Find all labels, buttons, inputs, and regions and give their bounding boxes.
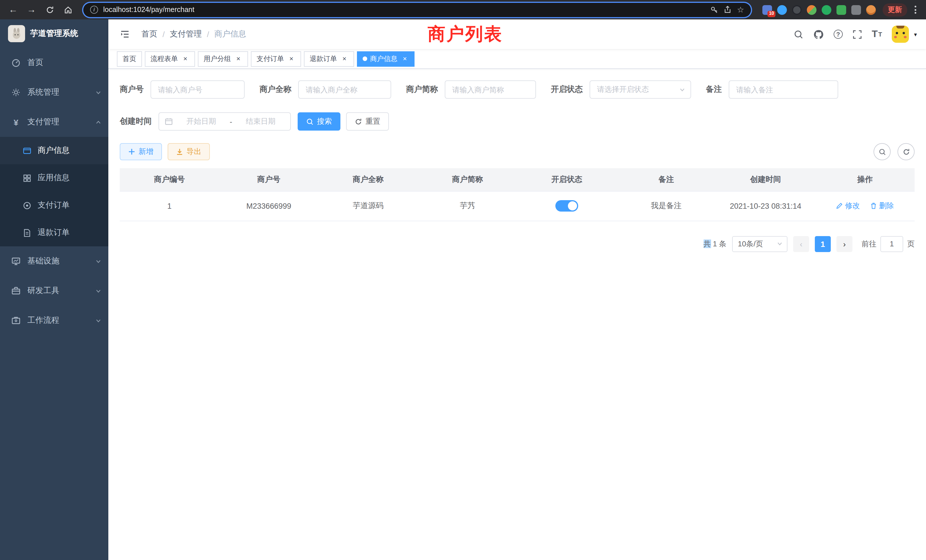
tag-label: 用户分组	[204, 54, 231, 64]
home-icon[interactable]	[61, 2, 75, 17]
status-select[interactable]: 请选择开启状态	[590, 80, 691, 98]
merchant-no-label: 商户号	[120, 85, 144, 95]
browser-profile-avatar[interactable]	[866, 5, 876, 15]
remark-label: 备注	[706, 85, 722, 95]
breadcrumb: 首页 / 支付管理 / 商户信息	[141, 29, 246, 39]
pagination: 共 1 条 10条/页 ‹ 1 › 前往	[120, 236, 915, 252]
chevron-down-icon	[95, 89, 101, 95]
cell-remark: 我是备注	[617, 191, 716, 221]
tag-user-group[interactable]: 用户分组×	[198, 51, 248, 67]
status-toggle[interactable]	[555, 200, 578, 212]
address-bar[interactable]: i localhost:1024/pay/merchant ☆	[83, 3, 751, 17]
app-title: 芋道管理系统	[30, 29, 78, 39]
forward-icon[interactable]: →	[24, 2, 39, 17]
create-time-range-picker[interactable]: 开始日期 - 结束日期	[159, 112, 291, 130]
tag-process-form[interactable]: 流程表单×	[145, 51, 195, 67]
sidebar-item-label: 商户信息	[38, 145, 70, 156]
tags-view: 首页 流程表单× 用户分组× 支付订单× 退款订单× 商户信息×	[108, 49, 926, 69]
col-header: 开启状态	[517, 168, 617, 191]
merchant-no-input[interactable]	[151, 80, 245, 98]
card-icon	[22, 146, 32, 155]
close-icon[interactable]: ×	[340, 55, 348, 63]
password-key-icon[interactable]	[711, 6, 719, 14]
export-button[interactable]: 导出	[168, 143, 210, 160]
fullscreen-icon[interactable]	[852, 29, 862, 39]
plus-icon	[128, 148, 135, 155]
github-icon[interactable]	[813, 29, 824, 39]
breadcrumb-item[interactable]: 支付管理	[170, 29, 202, 39]
app-logo[interactable]: 芋道管理系统	[0, 20, 108, 48]
reload-icon[interactable]	[42, 2, 57, 17]
toolbox-icon	[11, 286, 21, 295]
page-number-button[interactable]: 1	[815, 236, 831, 252]
tag-home[interactable]: 首页	[117, 51, 142, 67]
tag-pay-order[interactable]: 支付订单×	[251, 51, 301, 67]
breadcrumb-item[interactable]: 首页	[141, 29, 157, 39]
col-header: 操作	[816, 168, 915, 191]
sidebar-item-merchant-info[interactable]: 商户信息	[0, 137, 108, 164]
sidebar: 芋道管理系统 首页 系统管理 ¥ 支付管理	[0, 20, 108, 560]
reset-button[interactable]: 重置	[346, 112, 389, 130]
avatar-caret-icon[interactable]: ▾	[914, 31, 917, 37]
extension-icon[interactable]	[792, 5, 802, 15]
delete-link[interactable]: 删除	[870, 201, 894, 211]
prev-page-button[interactable]: ‹	[793, 236, 809, 252]
dashboard-icon	[11, 58, 21, 67]
add-button[interactable]: 新增	[120, 143, 162, 160]
hamburger-icon[interactable]	[118, 27, 132, 42]
extension-icon[interactable]	[777, 5, 787, 15]
remark-input[interactable]	[729, 80, 838, 98]
close-icon[interactable]: ×	[181, 55, 189, 63]
browser-menu-icon[interactable]	[911, 6, 920, 14]
extension-icon[interactable]	[837, 5, 846, 15]
merchant-short-label: 商户简称	[406, 85, 438, 95]
reset-button-label: 重置	[366, 117, 380, 127]
extension-icon[interactable]	[822, 5, 831, 15]
sidebar-item-app-info[interactable]: 应用信息	[0, 164, 108, 192]
goto-page-input[interactable]	[881, 236, 903, 252]
sidebar-item-infrastructure[interactable]: 基础设施	[0, 246, 108, 276]
extension-icon[interactable]: 10	[763, 5, 772, 15]
chevron-down-icon	[95, 288, 101, 294]
monitor-icon	[11, 257, 21, 266]
search-icon[interactable]	[794, 29, 803, 39]
site-info-icon[interactable]: i	[90, 6, 98, 14]
download-icon	[176, 148, 183, 155]
tag-merchant-info[interactable]: 商户信息×	[357, 51, 415, 67]
close-icon[interactable]: ×	[287, 55, 295, 63]
sidebar-item-payment[interactable]: ¥ 支付管理	[0, 107, 108, 137]
bookmark-star-icon[interactable]: ☆	[737, 6, 744, 14]
back-icon[interactable]: ←	[6, 2, 21, 17]
sidebar-item-home[interactable]: 首页	[0, 48, 108, 77]
search-button[interactable]: 搜索	[298, 112, 340, 130]
page-size-select[interactable]: 10条/页	[732, 236, 787, 252]
toggle-search-icon[interactable]	[873, 143, 891, 160]
sidebar-item-system[interactable]: 系统管理	[0, 77, 108, 107]
top-navbar: 首页 / 支付管理 / 商户信息 ?	[108, 20, 926, 49]
share-icon[interactable]	[724, 6, 732, 14]
page-content: 商户号 商户全称 商户简称 开启状态 请选择开启状态	[108, 69, 926, 560]
sidebar-item-workflow[interactable]: 工作流程	[0, 306, 108, 335]
help-icon[interactable]: ?	[834, 30, 843, 39]
edit-link[interactable]: 修改	[836, 201, 860, 211]
user-avatar[interactable]	[892, 26, 909, 43]
font-size-icon[interactable]: TT	[872, 29, 882, 40]
refresh-table-icon[interactable]	[897, 143, 915, 160]
sidebar-item-refund-order[interactable]: 退款订单	[0, 219, 108, 246]
target-icon	[22, 201, 32, 210]
merchant-short-input[interactable]	[445, 80, 536, 98]
close-icon[interactable]: ×	[235, 55, 242, 63]
navbar-tools: ? TT ▾	[794, 26, 917, 43]
close-icon[interactable]: ×	[401, 55, 409, 63]
table-header-row: 商户编号 商户号 商户全称 商户简称 开启状态 备注 创建时间 操作	[120, 168, 915, 191]
extensions-pin-icon[interactable]	[851, 5, 861, 15]
next-page-button[interactable]: ›	[837, 236, 852, 252]
sidebar-item-dev-tools[interactable]: 研发工具	[0, 276, 108, 306]
tag-refund-order[interactable]: 退款订单×	[304, 51, 354, 67]
merchant-name-input[interactable]	[298, 80, 391, 98]
col-header: 商户号	[219, 168, 319, 191]
browser-update-button[interactable]: 更新	[883, 3, 907, 16]
sidebar-item-pay-order[interactable]: 支付订单	[0, 192, 108, 219]
extension-icon[interactable]	[807, 5, 817, 15]
yen-icon: ¥	[11, 117, 21, 127]
